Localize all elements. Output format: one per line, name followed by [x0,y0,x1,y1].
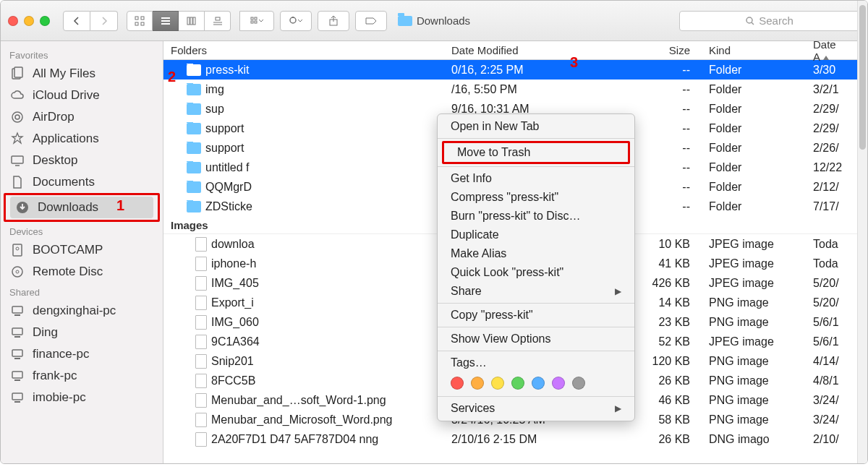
menu-item-move-to-trash[interactable]: Move to Trash [444,143,628,162]
close-icon[interactable] [8,16,18,26]
share-button[interactable] [318,11,349,31]
svg-rect-1 [141,17,144,20]
svg-rect-40 [14,379,20,381]
file-added: Toda [806,257,842,270]
sidebar-item-documents[interactable]: Documents [1,171,163,193]
column-size-header[interactable]: Size [639,44,697,56]
tag-color-dot[interactable] [471,377,484,390]
sidebar-item-desktop[interactable]: Desktop [1,150,163,171]
back-button[interactable] [63,11,90,31]
tag-color-dot[interactable] [451,377,464,390]
column-added-header[interactable]: Date A [806,41,842,63]
sidebar-item-dengxinghai-pc[interactable]: dengxinghai-pc [1,300,163,322]
sidebar-item-finance-pc[interactable]: finance-pc [1,343,163,365]
file-row[interactable]: 2A20F7D1 D47 5AF787D04 nng2/10/16 2·15 D… [163,429,867,449]
column-view-button[interactable] [179,11,205,31]
file-size: -- [639,64,697,77]
menu-separator [438,396,634,397]
svg-rect-36 [14,336,20,338]
tag-color-dot[interactable] [572,377,585,390]
file-name: Menubar_and_Microsoft_Word.png [211,413,393,426]
folder-icon [187,162,201,173]
menu-item-services[interactable]: Services▶ [438,399,634,418]
svg-rect-7 [187,17,190,25]
svg-rect-18 [292,17,294,18]
menu-item-quick-look-press-kit[interactable]: Quick Look "press-kit" [438,263,634,282]
disc-icon [9,264,25,280]
menu-item-share[interactable]: Share▶ [438,282,634,301]
zoom-icon[interactable] [40,16,50,26]
file-kind: JPEG image [697,257,806,270]
annotation-2: 2 [168,69,176,85]
sidebar-item-frank-pc[interactable]: frank-pc [1,365,163,387]
menu-item-copy-press-kit[interactable]: Copy "press-kit" [438,306,634,325]
file-row[interactable]: press-kit0/16, 2:25 PM--Folder3/30 [163,60,867,80]
submenu-arrow-icon: ▶ [615,403,621,413]
tag-color-dot[interactable] [491,377,504,390]
arrange-group [239,11,274,31]
sidebar-section-title: Shared [1,283,163,300]
sidebar-item-airdrop[interactable]: AirDrop [1,106,163,128]
column-modified-header[interactable]: Date Modified [444,44,639,56]
menu-item-get-info[interactable]: Get Info [438,169,634,188]
sidebar-item-all-my-files[interactable]: All My Files [1,63,163,85]
forward-button[interactable] [90,11,118,31]
annotation-box-move-to-trash: Move to Trash [442,141,630,164]
file-name: IMG_060 [211,316,259,329]
sidebar-item-ding[interactable]: Ding [1,322,163,343]
desktop-icon [9,153,25,168]
file-name: ZDSticke [205,200,252,213]
file-icon [195,237,207,252]
file-added: 4/14/ [806,355,842,368]
tag-color-dot[interactable] [532,377,545,390]
sidebar-item-remote-disc[interactable]: Remote Disc [1,261,163,283]
file-size: -- [639,83,697,96]
sidebar-item-downloads[interactable]: Downloads [10,197,153,218]
file-icon [195,413,207,427]
menu-item-tags[interactable]: Tags… [438,353,634,372]
sidebar-item-imobie-pc[interactable]: imobie-pc [1,387,163,408]
menu-item-label: Copy "press-kit" [451,309,533,322]
annotation-3: 3 [570,54,578,71]
scroll-thumb[interactable] [859,41,866,150]
sidebar-item-applications[interactable]: Applications [1,128,163,150]
file-size: -- [639,161,697,174]
svg-line-21 [752,22,754,25]
svg-rect-15 [251,21,253,23]
file-name: Menubar_and_…soft_Word-1.png [211,394,386,407]
sidebar-item-icloud-drive[interactable]: iCloud Drive [1,85,163,106]
tag-color-dot[interactable] [511,377,524,390]
window-controls [8,16,50,26]
menu-item-duplicate[interactable]: Duplicate [438,226,634,244]
column-kind-header[interactable]: Kind [697,44,806,56]
file-size: 58 KB [639,413,697,426]
menu-item-open-in-new-tab[interactable]: Open in New Tab [438,117,634,136]
sidebar-item-label: Documents [33,175,95,189]
coverflow-view-button[interactable] [205,11,231,31]
file-kind: PNG image [697,374,806,387]
action-button[interactable] [280,11,312,31]
menu-item-label: Make Alias [451,247,506,260]
file-row[interactable]: img/16, 5:50 PM--Folder3/2/1 [163,80,867,99]
menu-item-burn-press-kit-to-disc[interactable]: Burn "press-kit" to Disc… [438,207,634,226]
tag-color-dot[interactable] [552,377,565,390]
file-size: -- [639,200,697,213]
pc-icon [9,303,25,319]
arrange-button[interactable] [239,11,274,31]
pc-icon [9,325,25,340]
sidebar-item-bootcamp[interactable]: BOOTCAMP [1,239,163,261]
menu-item-show-view-options[interactable]: Show View Options [438,330,634,348]
menu-item-make-alias[interactable]: Make Alias [438,244,634,263]
column-name-header[interactable]: Folders [163,44,444,56]
search-input[interactable]: Search [679,11,860,31]
svg-rect-38 [14,358,20,359]
menu-item-label: Open in New Tab [451,120,539,133]
vertical-scrollbar[interactable] [857,41,867,463]
icon-view-button[interactable] [127,11,153,31]
menu-item-compress-press-kit[interactable]: Compress "press-kit" [438,188,634,207]
file-added: 2/26/ [806,142,842,155]
list-view-button[interactable] [153,11,179,31]
tags-button[interactable] [355,11,387,31]
minimize-icon[interactable] [24,16,34,26]
folder-icon [187,123,201,134]
